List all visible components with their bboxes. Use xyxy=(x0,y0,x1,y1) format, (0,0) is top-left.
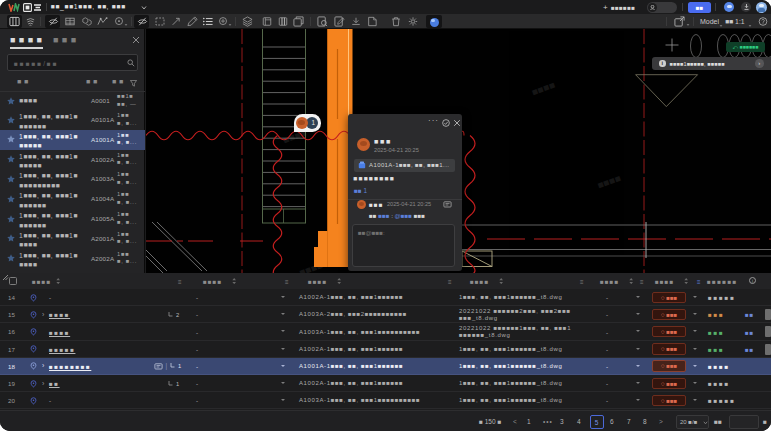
svg-text:■■■■: ■■■■ xyxy=(596,172,622,191)
svg-text:■■■■: ■■■■ xyxy=(530,79,556,98)
